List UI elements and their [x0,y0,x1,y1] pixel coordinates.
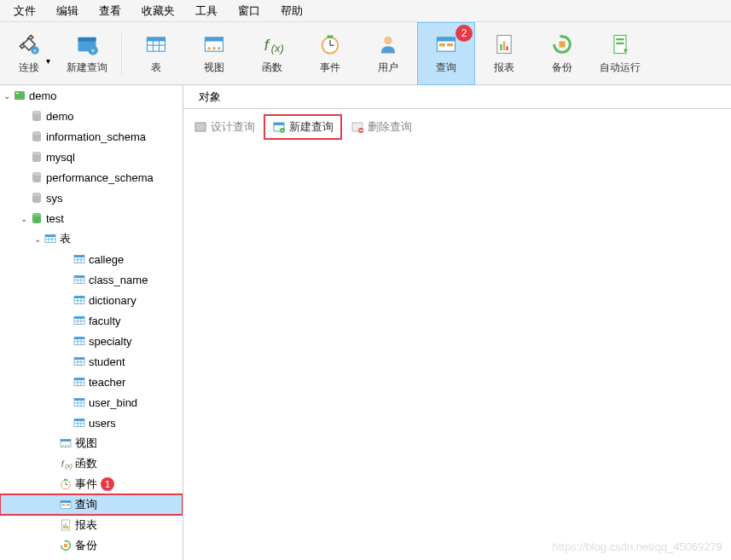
toolbar-table[interactable]: 表 [127,22,185,85]
toolbar-plug[interactable]: ▾+连接 [0,22,58,85]
toolbar-fx[interactable]: f(x)函数 [243,22,301,85]
tree-item-users[interactable]: users [0,413,183,433]
tree-item-dictionary[interactable]: dictionary [0,290,183,310]
user-icon [375,32,401,57]
menu-2[interactable]: 查看 [89,1,131,21]
svg-point-22 [384,37,392,44]
fx-icon: f(x) [58,457,73,471]
tree-toggle-icon[interactable]: ⌄ [32,234,43,244]
svg-rect-120 [195,123,206,131]
toolbar-report[interactable]: 报表 [475,22,533,85]
toolbar-autorun[interactable]: 自动运行 [591,22,649,85]
menubar: 文件编辑查看收藏夹工具窗口帮助 [0,0,731,22]
toolbar-label: 备份 [552,61,572,75]
tree-item-information_schema[interactable]: information_schema [0,126,183,147]
tree-label: performance_schema [44,171,154,184]
main-area: ⌄demodemoinformation_schemamysqlperforma… [0,85,731,560]
menu-5[interactable]: 窗口 [228,1,270,21]
tab-objects[interactable]: 对象 [183,86,236,108]
tree-item-faculty[interactable]: faculty [0,310,183,331]
svg-point-13 [207,47,211,50]
svg-rect-36 [15,91,25,100]
db-tree-sidebar: ⌄demodemoinformation_schemamysqlperforma… [0,85,183,560]
content-btn-label: 删除查询 [368,119,412,135]
toolbar-label: 表 [151,61,161,75]
query-icon [58,498,73,511]
tree-item-class_name[interactable]: class_name [0,269,183,290]
tree-label: user_bind [87,396,137,409]
toolbar-query[interactable]: 查询2 [417,22,475,85]
tree-item-callege[interactable]: callege [0,249,183,269]
tree-item-specialty[interactable]: specialty [0,331,183,351]
tree-label: 事件 [73,476,97,492]
toolbar-new-query[interactable]: +新建查询 [58,22,116,85]
svg-point-15 [218,47,221,50]
svg-text:(x): (x) [65,462,73,470]
table-icon [143,32,169,57]
tree-toggle-icon[interactable]: ⌄ [2,91,12,101]
tree-item-mysql[interactable]: mysql [0,147,183,167]
tree-item-视图[interactable]: 视图 [0,433,183,453]
badge: 2 [455,25,473,42]
toolbar-view[interactable]: 视图 [185,22,243,85]
svg-rect-96 [74,419,84,421]
backup-icon [58,539,73,552]
view-icon [58,436,73,450]
toolbar-clock[interactable]: 事件 [301,22,359,85]
menu-1[interactable]: 编辑 [46,1,89,21]
db-icon [29,150,44,164]
tree-item-performance_schema[interactable]: performance_schema [0,167,183,188]
tree-item-student[interactable]: student [0,351,183,372]
svg-point-39 [32,111,41,114]
svg-rect-86 [74,378,84,380]
svg-rect-112 [61,500,71,503]
toolbar-label: 查询 [436,61,456,75]
toolbar-label: 自动运行 [600,61,641,75]
tree-toggle-icon[interactable]: ⌄ [19,214,29,223]
svg-text:+: + [281,128,284,133]
tree-item-函数[interactable]: f(x)函数 [0,453,183,474]
menu-6[interactable]: 帮助 [270,1,313,21]
toolbar-backup[interactable]: 备份 [533,22,591,85]
tree-item-备份[interactable]: 备份 [0,535,183,556]
tree-item-报表[interactable]: 报表 [0,515,183,535]
svg-rect-116 [63,525,64,528]
svg-text:+: + [90,47,95,55]
table-icon [72,355,87,368]
svg-point-41 [32,131,41,135]
new-query-icon: + [74,32,100,57]
svg-rect-127 [359,130,363,130]
clock-icon [317,32,343,57]
tree-badge: 1 [101,477,114,491]
tree-item-test[interactable]: ⌄test [0,208,183,228]
svg-rect-71 [74,316,84,319]
main-toolbar: ▾+连接+新建查询表视图f(x)函数事件用户查询2报表备份自动运行 [0,22,731,85]
content-btn-new[interactable]: +新建查询 [264,114,342,140]
svg-rect-113 [61,504,65,505]
table-icon [72,416,87,430]
svg-rect-12 [206,38,223,42]
tree-item-user_bind[interactable]: user_bind [0,392,183,413]
menu-4[interactable]: 工具 [185,1,228,21]
tree-item-teacher[interactable]: teacher [0,372,183,392]
toolbar-label: 连接 [19,61,39,75]
svg-rect-21 [328,36,334,39]
tree-item-sys[interactable]: sys [0,188,183,208]
toolbar-label: 新建查询 [67,61,107,75]
tree-item-demo[interactable]: demo [0,106,183,126]
svg-rect-61 [74,275,84,278]
view-icon [201,32,227,57]
report-icon [491,32,517,57]
toolbar-user[interactable]: 用户 [359,22,417,85]
db-icon [29,109,44,123]
db-icon [29,130,44,143]
svg-rect-101 [61,439,71,442]
tree-item-demo[interactable]: ⌄demo [0,85,183,106]
tree-item-表[interactable]: ⌄表 [0,228,183,249]
menu-3[interactable]: 收藏夹 [131,1,185,21]
tree-item-查询[interactable]: 查询 [0,494,183,515]
content-btn-delete: 删除查询 [344,116,419,138]
menu-0[interactable]: 文件 [3,1,46,21]
tree-item-事件[interactable]: 事件1 [0,474,183,494]
svg-rect-34 [616,43,624,44]
